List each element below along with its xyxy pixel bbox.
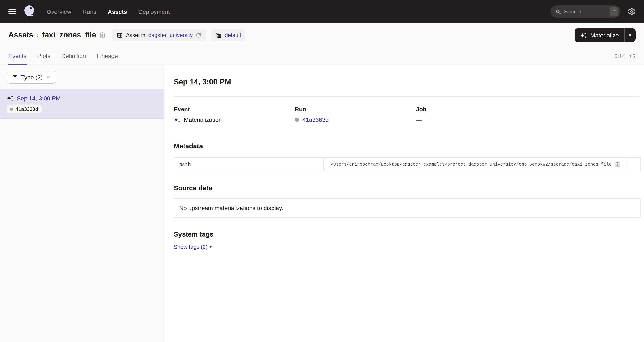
event-list-sidebar: Type (2) Sep 14, 3:00 PM [0,65,164,342]
repository-link[interactable]: dagster_university [148,32,193,38]
table-grid-icon [117,32,123,38]
system-tags-section: System tags Show tags (2) ▾ [174,231,641,250]
materialize-button-label: Materialize [590,32,619,38]
event-label: Event [174,106,295,113]
job-column: Job — [416,106,641,123]
event-details: Event Materialization Run 41a33 [174,106,641,123]
tab-lineage[interactable]: Lineage [97,47,118,65]
materialize-split-button: Materialize ▾ [575,28,636,42]
group-default-link[interactable]: default [224,32,241,38]
run-status-dot [10,108,13,111]
materialization-sparkle-icon [7,95,14,102]
reload-repository-icon[interactable] [196,32,202,38]
metadata-path-link[interactable]: /Users/erincochran/Desktop/dagster-examp… [330,162,612,167]
hamburger-menu-icon[interactable] [8,9,16,14]
caret-down-icon: ▾ [210,245,212,249]
event-group-heading: Sep 14, 3:00 PM [174,78,641,87]
copy-asset-name-icon[interactable] [100,31,106,39]
event-type-value: Materialization [184,116,222,123]
event-list-item[interactable]: Sep 14, 3:00 PM 41a3363d [0,89,164,119]
refresh-countdown: 0:14 [614,53,625,59]
run-status-dot [295,118,299,122]
run-id-pill[interactable]: 41a3363d [7,105,42,113]
chevron-down-icon [46,75,51,80]
metadata-table: path /Users/erincochran/Desktop/dagster-… [174,157,641,171]
search-shortcut-key: / [610,7,618,16]
metadata-section: Metadata path /Users/erincochran/Desktop… [174,143,641,171]
job-label: Job [416,106,641,113]
source-data-heading: Source data [174,184,641,192]
nav-item-deployment[interactable]: Deployment [138,8,170,15]
run-id-label: 41a3363d [16,106,38,112]
group-badge: default [211,29,245,41]
type-filter-label: Type (2) [21,74,43,80]
metadata-value-cell: /Users/erincochran/Desktop/dagster-examp… [324,157,626,171]
nav-item-assets[interactable]: Assets [108,8,127,15]
metadata-row: path /Users/erincochran/Desktop/dagster-… [174,157,640,171]
job-empty-value: — [416,116,422,123]
tab-definition[interactable]: Definition [62,47,86,65]
materialize-sparkle-icon [580,32,587,38]
asset-location-badge: Asset in dagster_university [112,29,206,41]
materialize-dropdown-button[interactable]: ▾ [624,28,636,42]
source-data-section: Source data No upstream materializations… [174,184,641,218]
breadcrumb-assets-link[interactable]: Assets [8,31,33,39]
source-data-empty-message: No upstream materializations to display. [174,198,641,218]
metadata-key: path [174,157,324,171]
asset-location-prefix: Asset in [126,32,146,38]
caret-down-icon: ▾ [629,33,631,37]
event-timestamp-link[interactable]: Sep 14, 3:00 PM [17,95,61,102]
run-label: Run [295,106,416,113]
nav-item-runs[interactable]: Runs [83,8,96,15]
run-column: Run 41a3363d [295,106,416,123]
materialize-button[interactable]: Materialize [575,28,624,42]
settings-gear-icon[interactable] [628,7,636,15]
tab-events[interactable]: Events [8,47,26,65]
event-detail-panel: Sep 14, 3:00 PM Event Materialization [164,65,644,342]
dagster-logo-icon[interactable] [23,5,36,18]
asset-header: Assets › taxi_zones_file Asset in dagste… [0,23,644,47]
refresh-icon[interactable] [629,53,636,59]
system-tags-heading: System tags [174,231,641,238]
materialization-sparkle-icon [174,116,180,123]
show-tags-toggle[interactable]: Show tags (2) ▾ [174,244,212,250]
filter-row: Type (2) [0,65,164,89]
heading-divider [174,96,641,97]
run-id-link[interactable]: 41a3363d [302,116,329,123]
nav-item-overview[interactable]: Overview [47,8,71,15]
type-filter-button[interactable]: Type (2) [7,71,56,84]
tab-plots[interactable]: Plots [38,47,50,65]
filter-funnel-icon [12,74,18,80]
show-tags-label: Show tags (2) [174,244,208,250]
search-input[interactable]: Search... / [550,5,620,18]
metadata-extra-cell [626,157,640,171]
event-column: Event Materialization [174,106,295,123]
metadata-heading: Metadata [174,143,641,150]
primary-nav: Overview Runs Assets Deployment [47,8,170,15]
breadcrumb-separator: › [36,31,39,39]
top-navbar: Overview Runs Assets Deployment Search..… [0,0,644,23]
dagster-app: Overview Runs Assets Deployment Search..… [0,0,644,342]
asset-tabs-bar: Events Plots Definition Lineage 0:14 [0,47,644,65]
search-placeholder: Search... [564,8,606,15]
breadcrumb-asset-name: taxi_zones_file [42,31,96,39]
copy-path-icon[interactable] [614,161,620,168]
grid-copy-icon [215,32,222,38]
search-icon [555,9,561,14]
asset-tabs: Events Plots Definition Lineage [8,47,118,65]
